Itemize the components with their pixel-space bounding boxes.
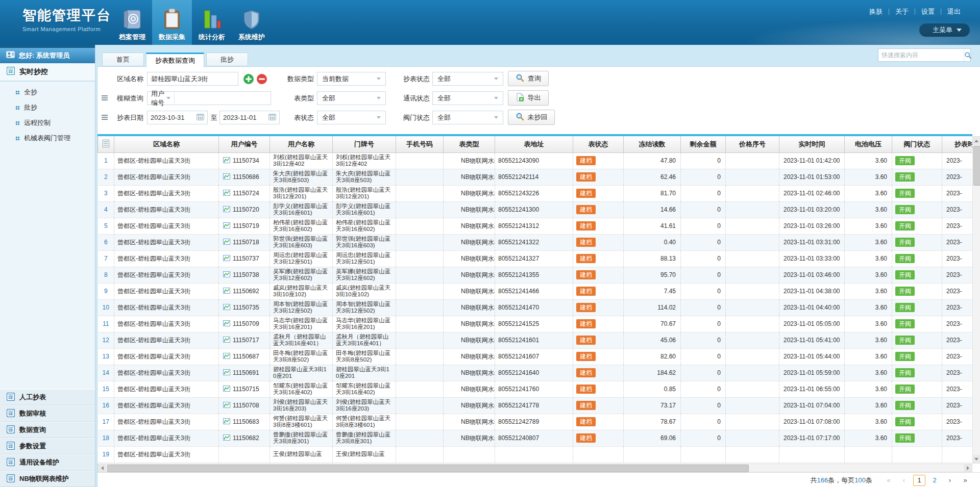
column-header[interactable]: 抄表时间: [942, 136, 973, 152]
link-about[interactable]: 关于: [889, 7, 915, 16]
table-row[interactable]: 8曾都区-碧桂园翠山蓝天3街11150738吴军娜(碧桂园翠山蓝天3街12座60…: [98, 267, 973, 283]
scroll-down-arrow[interactable]: [973, 455, 980, 463]
sidebar-item-remote-control[interactable]: 远程控制: [0, 115, 95, 131]
table-row[interactable]: 17曾都区-碧桂园翠山蓝天3街11150683何赟(碧桂园翠山蓝天3街8座3楼6…: [98, 414, 973, 430]
sidebar-item-mechanical-valve[interactable]: 机械表阀门管理: [0, 131, 95, 146]
table-row[interactable]: 3曾都区-碧桂园翠山蓝天3街11150724殷浩(碧桂园翠山蓝天3街12座201…: [98, 185, 973, 201]
nav-item-statistics[interactable]: 统计分析: [192, 0, 232, 45]
table-row[interactable]: 5曾都区-碧桂园翠山蓝天3街11150719柏伟星(碧桂园翠山蓝天3街16座60…: [98, 218, 973, 234]
column-header[interactable]: 手机号码: [396, 136, 444, 152]
area-name-input[interactable]: [147, 72, 238, 86]
mini-chart-icon[interactable]: [223, 157, 230, 165]
add-area-button[interactable]: [243, 73, 254, 85]
horizontal-scroll-thumb[interactable]: [107, 465, 749, 472]
column-header[interactable]: 价格序号: [726, 136, 779, 152]
mini-chart-icon[interactable]: [223, 402, 230, 409]
export-button[interactable]: 导出: [508, 90, 549, 106]
meter-state-select[interactable]: 全部: [317, 111, 386, 124]
table-row[interactable]: 4曾都区-碧桂园翠山蓝天3街11150720彭学义(碧桂园翠山蓝天3街16座60…: [98, 201, 973, 218]
mini-chart-icon[interactable]: [223, 369, 230, 377]
prev-page-button[interactable]: ‹: [898, 475, 910, 486]
data-type-select[interactable]: 当前数据: [317, 72, 386, 86]
nav-item-maintenance[interactable]: 系统维护: [232, 0, 272, 45]
mini-chart-icon[interactable]: [223, 418, 230, 426]
table-row[interactable]: 6曾都区-碧桂园翠山蓝天3街11150718郭世强(碧桂园翠山蓝天3街16座60…: [98, 234, 973, 250]
column-header[interactable]: 阀门状态: [892, 136, 942, 152]
column-header[interactable]: 表类型: [444, 136, 495, 152]
valve-status-select[interactable]: 全部: [432, 111, 503, 124]
column-header[interactable]: 用户名称: [270, 136, 333, 152]
meter-type-select[interactable]: 全部: [317, 91, 386, 105]
quick-search-input[interactable]: [878, 52, 964, 59]
link-logout[interactable]: 退出: [941, 7, 967, 16]
mini-chart-icon[interactable]: [223, 288, 230, 295]
mini-chart-icon[interactable]: [223, 271, 230, 279]
tab-home[interactable]: 首页: [102, 53, 144, 66]
column-header[interactable]: 门牌号: [333, 136, 396, 152]
sidebar-item-batch-reading[interactable]: 批抄: [0, 100, 95, 115]
tab-meter-data-query[interactable]: 抄表数据查询: [146, 53, 204, 68]
date-from-picker[interactable]: 2023-10-31: [147, 111, 208, 124]
scroll-up-arrow[interactable]: [973, 137, 980, 145]
column-header[interactable]: 冻结读数: [624, 136, 681, 152]
sidebar-section-数据查询[interactable]: 数据查询: [0, 422, 95, 438]
table-row[interactable]: 19曾都区-碧桂园翠山蓝天3街王俊(碧桂园翠山蓝王俊(碧桂园翠山蓝: [98, 446, 973, 463]
read-status-select[interactable]: 全部: [432, 72, 503, 86]
mini-chart-icon[interactable]: [223, 386, 230, 393]
table-row[interactable]: 9曾都区-碧桂园翠山蓝天3街11150692戚岚(碧桂园翠山蓝天3街10座102…: [98, 283, 973, 299]
sidebar-section-数据审核[interactable]: 数据审核: [0, 405, 95, 422]
sidebar-section-通用设备维护[interactable]: 通用设备维护: [0, 454, 95, 471]
sidebar-section-NB物联网表维护[interactable]: NB物联网表维护: [0, 471, 95, 487]
table-row[interactable]: 18曾都区-碧桂园翠山蓝天3街11150682曾鹏傲(碧桂园翠山蓝天3街8座30…: [98, 430, 973, 446]
column-header[interactable]: 剩余金额: [681, 136, 726, 152]
remove-area-button[interactable]: [256, 73, 267, 85]
mini-chart-icon[interactable]: [223, 304, 230, 312]
fuzzy-field-select[interactable]: 用户编号: [148, 92, 175, 105]
table-row[interactable]: 10曾都区-碧桂园翠山蓝天3街11150735周本智(碧桂园翠山蓝天3街12座5…: [98, 299, 973, 316]
vertical-scrollbar[interactable]: [972, 136, 980, 464]
scroll-right-arrow[interactable]: [964, 464, 972, 472]
last-page-button[interactable]: »: [959, 475, 971, 486]
column-header[interactable]: 用户编号: [219, 136, 270, 152]
nav-item-archive[interactable]: 档案管理: [112, 0, 152, 45]
page-button-1[interactable]: 1: [913, 475, 925, 486]
unread-button[interactable]: 未抄回: [508, 110, 555, 125]
mini-chart-icon[interactable]: [223, 239, 230, 246]
main-menu-button[interactable]: 主菜单: [919, 23, 970, 37]
comm-status-select[interactable]: 全部: [432, 91, 503, 105]
mini-chart-icon[interactable]: [223, 353, 230, 361]
nav-item-data-collection[interactable]: 数据采集: [152, 0, 192, 45]
first-page-button[interactable]: «: [883, 475, 895, 486]
sidebar-section-参数设置[interactable]: 参数设置: [0, 438, 95, 454]
mini-chart-icon[interactable]: [223, 173, 230, 181]
select-all-icon[interactable]: [98, 136, 114, 152]
mini-chart-icon[interactable]: [223, 222, 230, 230]
tab-batch-reading[interactable]: 批抄: [206, 53, 248, 66]
next-page-button[interactable]: ›: [944, 475, 956, 486]
mini-chart-icon[interactable]: [223, 190, 230, 197]
mini-chart-icon[interactable]: [223, 206, 230, 214]
link-change-skin[interactable]: 换肤: [863, 7, 889, 16]
table-row[interactable]: 13曾都区-碧桂园翠山蓝天3街11150687田冬梅(碧桂园翠山蓝天3街8座50…: [98, 348, 973, 365]
mini-chart-icon[interactable]: [223, 337, 230, 344]
fuzzy-query-input[interactable]: [175, 92, 271, 105]
table-row[interactable]: 11曾都区-碧桂园翠山蓝天3街11150709马志华(碧桂园翠山蓝天3街16座2…: [98, 316, 973, 332]
scroll-left-arrow[interactable]: [98, 464, 106, 472]
mini-chart-icon[interactable]: [223, 255, 230, 263]
table-row[interactable]: 7曾都区-碧桂园翠山蓝天3街11150737周运忠(碧桂园翠山蓝天3街12座50…: [98, 250, 973, 267]
column-header[interactable]: 区域名称: [114, 136, 219, 152]
table-row[interactable]: 2曾都区-碧桂园翠山蓝天3街11150686朱大庆(碧桂园翠山蓝天3街8座503…: [98, 169, 973, 185]
table-row[interactable]: 15曾都区-碧桂园翠山蓝天3街11150715邹耀东(碧桂园翠山蓝天3街16座4…: [98, 381, 973, 397]
date-to-picker[interactable]: 2023-11-01: [219, 111, 280, 124]
mini-chart-icon[interactable]: [223, 434, 230, 442]
sidebar-section-realtime-reading[interactable]: 实时抄控: [0, 63, 95, 82]
query-button[interactable]: 查询: [508, 71, 549, 86]
table-row[interactable]: 14曾都区-碧桂园翠山蓝天3街11150691碧桂园翠山蓝天3街10座201碧桂…: [98, 365, 973, 381]
link-settings[interactable]: 设置: [915, 7, 941, 16]
sidebar-item-full-reading[interactable]: 全抄: [0, 85, 95, 100]
column-header[interactable]: 表状态: [573, 136, 624, 152]
mini-chart-icon[interactable]: [223, 320, 230, 328]
table-row[interactable]: 12曾都区-碧桂园翠山蓝天3街11150717孟秋月（碧桂园翠山蓝天3街16座4…: [98, 332, 973, 348]
sidebar-section-人工抄表[interactable]: 人工抄表: [0, 389, 95, 405]
page-button-2[interactable]: 2: [928, 475, 941, 486]
